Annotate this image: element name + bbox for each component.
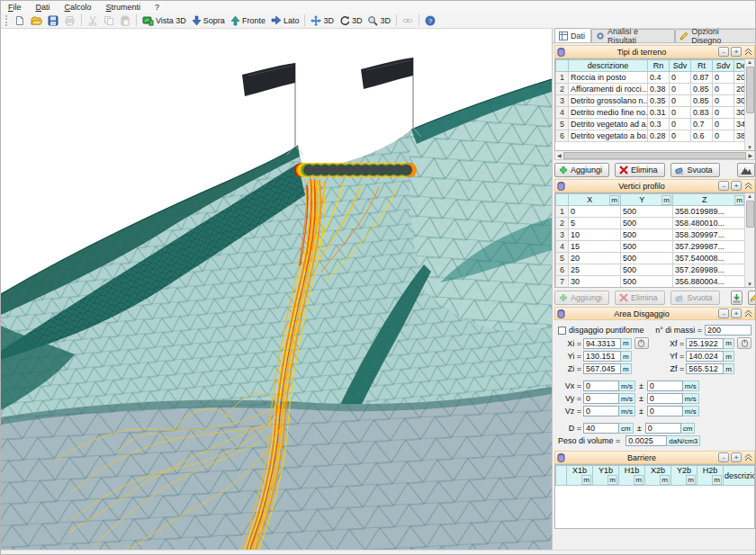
table-cell[interactable]: 500 bbox=[621, 276, 673, 288]
table-cell[interactable]: 25 bbox=[569, 264, 621, 276]
collapse-minus-button[interactable]: - bbox=[718, 452, 729, 462]
table-cell[interactable]: Detrito medio fine no... bbox=[569, 107, 648, 119]
table-cell[interactable]: 358.480010... bbox=[673, 218, 746, 229]
pick-initial-point-button[interactable] bbox=[634, 337, 649, 349]
tab-analisi-risultati[interactable]: Analisi e Risultati bbox=[591, 29, 675, 42]
column-descrizione[interactable]: descrizione bbox=[569, 60, 648, 72]
column-sdv1[interactable]: Sdv bbox=[670, 60, 691, 72]
table-row[interactable]: 415500357.299987... bbox=[556, 241, 746, 253]
vz-input[interactable]: 0 bbox=[583, 406, 619, 416]
barriers-header[interactable]: Barriere - + bbox=[554, 451, 755, 464]
diameter-input[interactable]: 40 bbox=[583, 423, 619, 434]
table-cell[interactable]: 0 bbox=[670, 107, 691, 119]
table-cell[interactable]: 4 bbox=[556, 241, 569, 253]
terrain-table-vscrollbar[interactable]: ▲▼ bbox=[744, 59, 754, 150]
vy-dev-input[interactable]: 0 bbox=[647, 393, 683, 404]
save-button[interactable] bbox=[45, 13, 61, 28]
table-cell[interactable]: Affioramenti di rocci... bbox=[569, 84, 648, 95]
table-cell[interactable]: 0.35 bbox=[648, 95, 670, 107]
table-cell[interactable]: 0 bbox=[713, 130, 734, 142]
collapse-chevron-icon[interactable] bbox=[744, 48, 752, 56]
xi-input[interactable]: 94.3313 bbox=[583, 338, 621, 349]
column-h2b[interactable]: H2bm bbox=[698, 466, 724, 486]
table-cell[interactable]: 0 bbox=[713, 72, 734, 84]
menu-calcolo[interactable]: Calcolo bbox=[58, 3, 99, 12]
diameter-dev-input[interactable]: 0 bbox=[645, 423, 681, 434]
menu-dati[interactable]: Dati bbox=[29, 3, 58, 12]
collapse-minus-button[interactable]: - bbox=[718, 309, 729, 318]
vista-3d-button[interactable]: Vista 3D bbox=[140, 13, 189, 28]
collapse-minus-button[interactable]: - bbox=[718, 47, 729, 57]
table-cell[interactable]: 0.85 bbox=[691, 84, 713, 95]
table-cell[interactable]: 5 bbox=[569, 218, 621, 229]
column-x[interactable]: Xm bbox=[569, 194, 621, 206]
table-cell[interactable]: 500 bbox=[621, 253, 673, 264]
table-cell[interactable]: 3 bbox=[556, 229, 569, 241]
table-cell[interactable]: 500 bbox=[621, 218, 673, 229]
lato-view-button[interactable]: Lato bbox=[268, 13, 302, 28]
table-cell[interactable]: Detrito vegetato ad a... bbox=[569, 119, 648, 130]
paste-button[interactable] bbox=[117, 13, 133, 28]
menu-strumenti[interactable]: Strumenti bbox=[99, 3, 148, 12]
table-cell[interactable]: 0 bbox=[713, 119, 734, 130]
table-cell[interactable]: 0.83 bbox=[691, 107, 713, 119]
add-terrain-button[interactable]: Aggiungi bbox=[554, 163, 609, 177]
collapse-chevron-icon[interactable] bbox=[744, 182, 752, 190]
table-cell[interactable]: 500 bbox=[621, 206, 673, 218]
masses-count-input[interactable]: 200 bbox=[705, 325, 752, 336]
table-cell[interactable]: 0 bbox=[713, 107, 734, 119]
table-cell[interactable]: 357.269989... bbox=[673, 264, 746, 276]
table-cell[interactable]: 0.3 bbox=[648, 119, 670, 130]
table-row[interactable]: 6Detrito vegetato a bo...0.2800.6038C bbox=[556, 130, 756, 142]
table-cell[interactable]: 500 bbox=[621, 241, 673, 253]
table-row[interactable]: 520500357.540008... bbox=[556, 253, 746, 264]
table-cell[interactable]: 0.87 bbox=[691, 72, 713, 84]
table-cell[interactable]: 0.28 bbox=[648, 130, 670, 142]
cut-button[interactable] bbox=[85, 13, 101, 28]
collapse-chevron-icon[interactable] bbox=[744, 309, 752, 318]
clear-terrain-button[interactable]: Svuota bbox=[670, 163, 720, 177]
clear-vertices-button[interactable]: Svuota bbox=[670, 291, 720, 305]
collapse-chevron-icon[interactable] bbox=[744, 453, 752, 461]
table-cell[interactable]: 357.540008... bbox=[673, 253, 746, 264]
table-cell[interactable]: 2 bbox=[556, 218, 569, 229]
delete-terrain-button[interactable]: Elimina bbox=[615, 163, 665, 177]
table-cell[interactable]: 0 bbox=[713, 95, 734, 107]
fronte-view-button[interactable]: Fronte bbox=[228, 13, 268, 28]
table-cell[interactable]: 0.6 bbox=[691, 130, 713, 142]
add-vertex-button[interactable]: Aggiungi bbox=[554, 291, 609, 305]
table-cell[interactable]: Detrito vegetato a bo... bbox=[569, 130, 648, 142]
table-row[interactable]: 10500358.019989... bbox=[556, 206, 746, 218]
tab-opzioni-disegno[interactable]: Opzioni Disegno bbox=[675, 29, 756, 42]
table-row[interactable]: 4Detrito medio fine no...0.3100.83030C bbox=[556, 107, 756, 119]
table-cell[interactable]: 500 bbox=[621, 229, 673, 241]
table-row[interactable]: 310500358.309997... bbox=[556, 229, 746, 241]
table-cell[interactable]: 358.019989... bbox=[673, 206, 746, 218]
pointwise-release-checkbox[interactable] bbox=[558, 327, 566, 335]
table-cell[interactable]: 10 bbox=[569, 229, 621, 241]
table-cell[interactable]: 0.31 bbox=[648, 107, 670, 119]
table-row[interactable]: 25500358.480010... bbox=[556, 218, 746, 229]
zf-input[interactable]: 565.512 bbox=[686, 363, 724, 374]
table-cell[interactable]: 0 bbox=[569, 206, 621, 218]
vy-input[interactable]: 0 bbox=[583, 393, 619, 404]
table-cell[interactable]: 6 bbox=[556, 264, 569, 276]
collapse-minus-button[interactable]: - bbox=[718, 181, 729, 191]
table-cell[interactable]: 1 bbox=[556, 72, 569, 84]
table-cell[interactable]: 0.7 bbox=[691, 119, 713, 130]
column-rn[interactable]: Rn bbox=[648, 60, 670, 72]
rotate-3d-button[interactable]: 3D bbox=[337, 13, 365, 28]
vertices-header[interactable]: Vertici profilo - + bbox=[554, 179, 755, 192]
terrain-types-header[interactable]: Tipi di terreno - + bbox=[554, 45, 755, 58]
new-file-button[interactable] bbox=[12, 13, 28, 28]
table-cell[interactable]: 0 bbox=[670, 95, 691, 107]
print-button[interactable] bbox=[61, 13, 78, 28]
table-row[interactable]: 625500357.269989... bbox=[556, 264, 746, 276]
menu-help[interactable]: ? bbox=[148, 3, 166, 12]
vx-dev-input[interactable]: 0 bbox=[647, 380, 683, 391]
tab-dati[interactable]: Dati bbox=[554, 28, 591, 42]
vx-input[interactable]: 0 bbox=[583, 380, 619, 391]
expand-plus-button[interactable]: + bbox=[731, 47, 742, 57]
sopra-view-button[interactable]: Sopra bbox=[189, 13, 228, 28]
expand-plus-button[interactable]: + bbox=[731, 452, 742, 462]
